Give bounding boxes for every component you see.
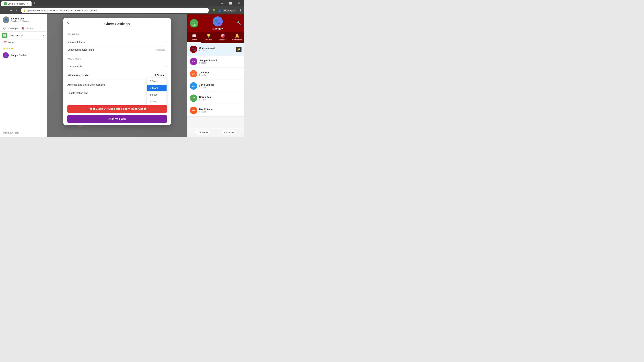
mordi-seem-title: Mordi Seem xyxy=(199,108,212,111)
dates-nav[interactable]: ‹ 📅 Dates xyxy=(0,40,47,45)
manage-skills-chevron: › xyxy=(166,65,167,68)
teacher-role: Teacher - 2 Classes xyxy=(11,20,29,22)
journal-item-class[interactable]: 🐾 Class Journal 8 posts 📁 xyxy=(187,43,244,55)
notifications-tab-icon: 🔔 xyxy=(235,34,239,38)
modal-body: FOLDERS Manage folders › Show add to fol… xyxy=(64,29,171,105)
journal-tab-icon: 📖 xyxy=(192,34,196,38)
forward-button[interactable]: → xyxy=(8,9,14,12)
close-window-button[interactable]: ✕ xyxy=(235,0,243,6)
skills-rating-value: 4 Stars xyxy=(155,74,162,77)
address-bar[interactable]: 🔒 app.seesaw.me/#/class/class.e01bf4c2-9… xyxy=(21,8,209,13)
skills-rating-dropdown-menu: 3 Stars 4 Stars 5 Stars 6 Stars xyxy=(146,78,167,105)
karen-dale-info: Karen Dale 4 posts xyxy=(199,96,212,101)
archive-class-button[interactable]: Archive class xyxy=(68,115,167,123)
teacher-profile[interactable]: 👤 Lauren Deli Teacher - 2 Classes xyxy=(0,14,47,25)
skills-rating-dropdown[interactable]: 4 Stars ▾ 3 Stars 4 Stars 5 Stars 6 Star… xyxy=(152,73,167,78)
show-add-folder-value: Teachers › xyxy=(155,48,167,51)
families-plus-icon: + xyxy=(224,131,225,134)
browser-tab[interactable]: S Journal - Seesaw ✕ xyxy=(1,1,32,6)
option-4-stars[interactable]: 4 Stars xyxy=(147,85,166,91)
class-selector-chevron: ▼ xyxy=(42,34,45,37)
option-6-stars[interactable]: 6 Stars xyxy=(147,98,166,105)
tab-close-btn[interactable]: ✕ xyxy=(27,2,29,5)
show-add-folder-label: Show add to folder step xyxy=(68,48,94,51)
modal-close-button[interactable]: ✕ xyxy=(67,21,70,25)
jack-pot-title: Jack Pot xyxy=(199,71,209,74)
students-button[interactable]: + Students xyxy=(195,130,210,135)
profile-button[interactable]: 👤 xyxy=(217,8,222,13)
karen-dale-title: Karen Dale xyxy=(199,96,212,98)
manage-skills-row[interactable]: Manage skills › xyxy=(68,63,167,70)
browser-menu-button[interactable]: ⋮ xyxy=(239,8,242,12)
journal-item-karen-dale[interactable]: KD Karen Dale 4 posts xyxy=(187,92,244,104)
notifications-tab-label: Notifications xyxy=(232,39,242,41)
mordi-seem-avatar: MS xyxy=(190,107,197,114)
class-journal-avatar: 🐾 xyxy=(190,45,197,53)
journal-item-john-louises[interactable]: JL John Louises 5 posts xyxy=(187,80,244,92)
modal-header: ✕ Class Settings xyxy=(64,18,171,29)
maximize-button[interactable]: ⬜ xyxy=(227,0,234,6)
library-label: Library xyxy=(26,27,33,30)
journal-item-mordi-seem[interactable]: MS Mordi Seem 4 posts xyxy=(187,104,244,117)
sample-student-posts: 8 posts xyxy=(199,62,217,64)
student-avatar: 👤 xyxy=(3,52,9,58)
add-label: Add xyxy=(192,24,196,26)
bookmark-icon[interactable]: ☆ xyxy=(204,8,206,12)
messages-label: Messages xyxy=(8,27,18,30)
journal-item-jack-pot[interactable]: JP Jack Pot 6 posts xyxy=(187,68,244,80)
option-3-stars[interactable]: 3 Stars xyxy=(147,78,166,85)
manage-folders-row[interactable]: Manage folders › xyxy=(68,38,167,46)
activities-tab-label: Activities xyxy=(205,39,212,41)
left-sidebar: 👤 Lauren Deli Teacher - 2 Classes 💬 Mess… xyxy=(0,14,47,137)
tab-progress[interactable]: 🎯 Progress xyxy=(216,32,230,43)
progress-section: PROGRESS Manage skills › Skills Rating S… xyxy=(68,57,167,97)
url-text: app.seesaw.me/#/class/class.e01bf4c2-9a2… xyxy=(27,9,201,12)
john-louises-posts: 5 posts xyxy=(199,86,214,88)
class-settings-modal: ✕ Class Settings FOLDERS Manage folders … xyxy=(64,18,171,125)
reload-button[interactable]: ↻ xyxy=(15,9,20,12)
option-5-stars[interactable]: 5 Stars xyxy=(147,91,166,98)
journal-list: 🐾 Class Journal 8 posts 📁 SS Sample Stud… xyxy=(187,43,244,128)
main-content: 🔗 ✕ Class Settings FOLDERS Manage folder… xyxy=(47,14,187,137)
new-tab-button[interactable]: + xyxy=(32,0,38,6)
class-journal-posts: 8 posts xyxy=(199,49,215,52)
sample-student-title: Sample Student xyxy=(199,59,217,62)
pinned-student-item[interactable]: 👤 Sample Student xyxy=(3,51,44,59)
tab-notifications[interactable]: 🔔 Notifications xyxy=(230,32,244,43)
tab-journal[interactable]: 📖 Journal xyxy=(187,32,202,43)
minimize-button[interactable]: — xyxy=(218,0,226,6)
progress-tab-icon: 🎯 xyxy=(220,34,225,38)
calendar-icon: 📅 xyxy=(4,41,7,43)
skills-rating-dropdown-button[interactable]: 4 Stars ▾ xyxy=(152,73,167,78)
messages-nav[interactable]: 💬 Messages xyxy=(3,27,18,30)
class-selector[interactable]: 📰 Class Journal ▼ xyxy=(0,31,47,40)
jack-pot-avatar: JP xyxy=(190,70,197,77)
library-nav[interactable]: 📚 Library xyxy=(22,27,33,30)
modal-title: Class Settings xyxy=(104,22,130,26)
class-footer-text: This is our class! xyxy=(0,129,47,137)
right-sidebar: + Add 🐾 Moodjoy 🔧 📖 Journal 💡 Activities… xyxy=(187,14,244,137)
nav-back-icon: ‹ xyxy=(2,41,3,43)
tab-title: Journal - Seesaw xyxy=(8,2,25,5)
reset-qr-code-button[interactable]: Reset Class QR Code and Family Invite Co… xyxy=(68,105,167,113)
modal-overlay[interactable]: ✕ Class Settings FOLDERS Manage folders … xyxy=(47,14,187,137)
folder-icon[interactable]: 📁 xyxy=(236,46,242,52)
journal-tab-label: Journal xyxy=(191,39,197,41)
back-button[interactable]: ← xyxy=(2,9,7,12)
journal-item-sample-student[interactable]: SS Sample Student 8 posts xyxy=(187,55,244,68)
families-button[interactable]: + Families xyxy=(222,130,236,135)
mordi-seem-info: Mordi Seem 4 posts xyxy=(199,108,212,113)
john-louises-info: John Louises 5 posts xyxy=(199,83,214,88)
activities-tab-icon: 💡 xyxy=(206,34,211,38)
lock-icon: 🔒 xyxy=(23,9,26,12)
plus-icon: + xyxy=(193,20,195,24)
add-button[interactable]: + Add xyxy=(190,19,198,27)
show-add-folder-row[interactable]: Show add to folder step Teachers › xyxy=(68,46,167,53)
extensions-button[interactable]: 🧩 xyxy=(212,8,216,13)
tab-activities[interactable]: 💡 Activities xyxy=(202,32,216,43)
karen-dale-posts: 4 posts xyxy=(199,98,212,101)
settings-icon[interactable]: 🔧 xyxy=(237,21,242,25)
teacher-avatar: 👤 xyxy=(3,16,10,23)
jack-pot-info: Jack Pot 6 posts xyxy=(199,71,209,76)
right-nav-tabs: 📖 Journal 💡 Activities 🎯 Progress 🔔 Noti… xyxy=(187,32,244,43)
